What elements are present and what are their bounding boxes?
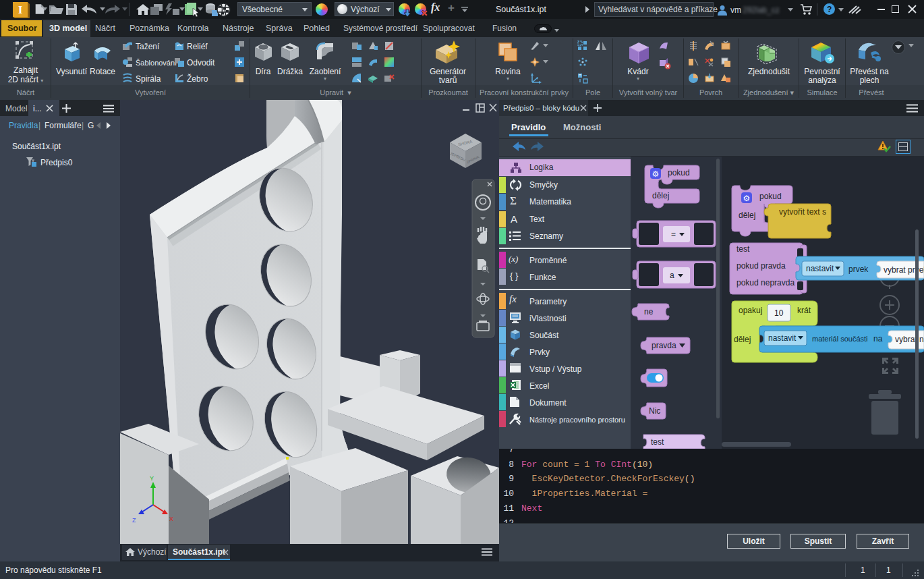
svg-text:ne: ne — [644, 307, 654, 316]
svg-text:pokud: pokud — [668, 168, 690, 177]
svg-text:nastavit: nastavit — [768, 333, 797, 343]
svg-text:vytvořit text s: vytvořit text s — [779, 207, 826, 217]
svg-text:pokud nepravda: pokud nepravda — [737, 278, 795, 287]
svg-text:Nic: Nic — [649, 406, 660, 416]
svg-text:materiál součásti: materiál součásti — [812, 335, 868, 343]
svg-text:dělej: dělej — [734, 335, 751, 344]
svg-text:pokud pravda: pokud pravda — [737, 261, 786, 271]
svg-text:pokud: pokud — [759, 192, 782, 201]
svg-text:krát: krát — [797, 306, 811, 315]
svg-text:⚙: ⚙ — [652, 169, 660, 179]
svg-text:a: a — [670, 271, 674, 280]
svg-text:nastavit: nastavit — [806, 264, 834, 273]
svg-text:pravda: pravda — [652, 341, 676, 350]
svg-text:⚙: ⚙ — [743, 194, 751, 203]
svg-text:opakuj: opakuj — [739, 306, 762, 315]
svg-text:vybrat n: vybrat n — [895, 335, 924, 344]
svg-text:Y: Y — [150, 475, 154, 482]
svg-text:na: na — [873, 334, 883, 343]
svg-text:dělej: dělej — [652, 191, 669, 200]
svg-text:test: test — [651, 437, 664, 447]
svg-text:Z: Z — [132, 517, 136, 524]
svg-text:X: X — [169, 516, 173, 522]
svg-text:dělej: dělej — [739, 211, 755, 220]
svg-text:=: = — [671, 229, 676, 239]
svg-text:10: 10 — [774, 308, 784, 318]
svg-text:test: test — [737, 244, 750, 254]
svg-text:I: I — [18, 3, 23, 16]
svg-text:prvek: prvek — [848, 265, 869, 274]
